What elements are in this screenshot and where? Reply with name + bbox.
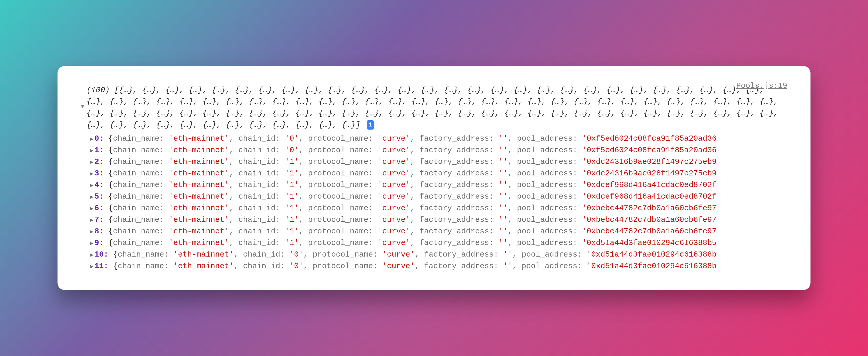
key-chain-name: chain_name: [118, 262, 173, 271]
entry-index: 1 [94, 146, 99, 154]
entry-content: 2: {chain_name: 'eth-mainnet', chain_id:… [94, 156, 717, 168]
val-chain-id: '1' [285, 181, 299, 189]
expand-toggle-down-icon[interactable]: ▼ [81, 102, 84, 111]
val-chain-id: '1' [285, 239, 299, 247]
val-chain-id: '0' [285, 134, 299, 143]
key-chain-id: chain_id: [238, 134, 285, 143]
entry-toggle-right-icon[interactable]: ▶ [90, 158, 93, 167]
entry-content: 1: {chain_name: 'eth-mainnet', chain_id:… [94, 144, 717, 156]
val-pool-address: '0xbebc44782c7db0a1a60cb6fe97 [582, 227, 717, 236]
entry-toggle-right-icon[interactable]: ▶ [90, 135, 93, 143]
key-pool-address: pool_address: [517, 169, 582, 178]
entry-toggle-right-icon[interactable]: ▶ [90, 181, 93, 190]
key-protocol-name: protocol_name: [308, 181, 377, 189]
key-pool-address: pool_address: [517, 134, 582, 143]
entry-toggle-right-icon[interactable]: ▶ [90, 216, 93, 225]
array-entry-row[interactable]: ▶5: {chain_name: 'eth-mainnet', chain_id… [90, 191, 787, 203]
entry-index: 0 [94, 134, 99, 143]
val-protocol-name: 'curve' [378, 169, 410, 178]
key-protocol-name: protocol_name: [313, 250, 382, 259]
val-factory-address: '' [498, 204, 508, 213]
val-factory-address: '' [498, 134, 508, 143]
entry-toggle-right-icon[interactable]: ▶ [90, 239, 93, 248]
entry-index: 8 [94, 227, 99, 236]
array-entry-row[interactable]: ▶1: {chain_name: 'eth-mainnet', chain_id… [90, 144, 787, 156]
source-link[interactable]: Pools.js:19 [736, 81, 787, 90]
val-chain-id: '0' [289, 250, 303, 259]
key-protocol-name: protocol_name: [308, 157, 377, 166]
val-protocol-name: 'curve' [378, 157, 410, 166]
key-factory-address: factory_address: [420, 169, 498, 178]
array-entries: ▶0: {chain_name: 'eth-mainnet', chain_id… [90, 133, 787, 272]
array-entry-row[interactable]: ▶2: {chain_name: 'eth-mainnet', chain_id… [90, 156, 787, 168]
val-pool-address: '0xdcef968d416a41cdac0ed8702f [582, 192, 717, 201]
key-factory-address: factory_address: [420, 204, 498, 213]
val-protocol-name: 'curve' [378, 181, 410, 189]
val-pool-address: '0xf5ed6024c08fca91f85a20ad36 [582, 146, 717, 154]
key-protocol-name: protocol_name: [308, 215, 377, 224]
array-entry-row[interactable]: ▶9: {chain_name: 'eth-mainnet', chain_id… [90, 237, 787, 249]
key-pool-address: pool_address: [517, 146, 582, 154]
key-pool-address: pool_address: [522, 250, 587, 259]
key-factory-address: factory_address: [424, 250, 503, 259]
key-protocol-name: protocol_name: [308, 192, 377, 201]
key-chain-id: chain_id: [238, 239, 285, 247]
key-factory-address: factory_address: [420, 181, 498, 189]
val-factory-address: '' [498, 157, 508, 166]
val-factory-address: '' [503, 250, 513, 259]
key-factory-address: factory_address: [420, 134, 498, 143]
array-entry-row[interactable]: ▶8: {chain_name: 'eth-mainnet', chain_id… [90, 226, 787, 237]
entry-index: 9 [94, 239, 99, 247]
array-entry-row[interactable]: ▶6: {chain_name: 'eth-mainnet', chain_id… [90, 203, 787, 214]
val-factory-address: '' [498, 215, 508, 224]
entry-toggle-right-icon[interactable]: ▶ [90, 251, 93, 259]
key-chain-name: chain_name: [113, 227, 169, 236]
key-chain-name: chain_name: [113, 204, 169, 213]
val-factory-address: '' [498, 192, 508, 201]
val-chain-name: 'eth-mainnet' [169, 204, 229, 213]
array-entry-row[interactable]: ▶10: {chain_name: 'eth-mainnet', chain_i… [90, 249, 787, 260]
info-badge-icon[interactable]: i [367, 120, 374, 130]
array-entry-row[interactable]: ▶3: {chain_name: 'eth-mainnet', chain_id… [90, 168, 787, 179]
key-pool-address: pool_address: [517, 192, 582, 201]
val-pool-address: '0xdc24316b9ae028f1497c275eb9 [582, 169, 717, 178]
val-pool-address: '0xdcef968d416a41cdac0ed8702f [582, 181, 717, 189]
array-entry-row[interactable]: ▶7: {chain_name: 'eth-mainnet', chain_id… [90, 214, 787, 226]
entry-toggle-right-icon[interactable]: ▶ [90, 193, 93, 202]
console-content: ▼ (100) [{…}, {…}, {…}, {…}, {…}, {…}, {… [81, 81, 787, 272]
entry-toggle-right-icon[interactable]: ▶ [90, 262, 93, 271]
val-factory-address: '' [503, 262, 513, 271]
val-protocol-name: 'curve' [382, 262, 415, 271]
entry-toggle-right-icon[interactable]: ▶ [90, 228, 93, 236]
val-chain-name: 'eth-mainnet' [169, 239, 229, 247]
val-chain-id: '1' [285, 215, 299, 224]
key-factory-address: factory_address: [420, 215, 498, 224]
entry-toggle-right-icon[interactable]: ▶ [90, 170, 93, 178]
val-pool-address: '0xd51a44d3fae010294c616388b5 [582, 239, 717, 247]
key-chain-name: chain_name: [113, 157, 169, 166]
key-chain-id: chain_id: [243, 262, 289, 271]
entry-index: 10 [94, 250, 104, 259]
array-entry-row[interactable]: ▶4: {chain_name: 'eth-mainnet', chain_id… [90, 179, 787, 191]
entry-content: 8: {chain_name: 'eth-mainnet', chain_id:… [94, 226, 717, 237]
val-pool-address: '0xdc24316b9ae028f1497c275eb9 [582, 157, 717, 166]
array-entry-row[interactable]: ▶0: {chain_name: 'eth-mainnet', chain_id… [90, 133, 787, 144]
array-summary-text[interactable]: (100) [{…}, {…}, {…}, {…}, {…}, {…}, {…}… [86, 81, 787, 131]
key-chain-name: chain_name: [113, 239, 169, 247]
key-protocol-name: protocol_name: [308, 239, 377, 247]
key-protocol-name: protocol_name: [308, 204, 377, 213]
val-chain-name: 'eth-mainnet' [169, 169, 229, 178]
array-entry-row[interactable]: ▶11: {chain_name: 'eth-mainnet', chain_i… [90, 260, 787, 272]
val-protocol-name: 'curve' [378, 192, 410, 201]
val-chain-name: 'eth-mainnet' [169, 134, 229, 143]
val-chain-name: 'eth-mainnet' [169, 181, 229, 189]
val-pool-address: '0xd51a44d3fae010294c616388b [587, 262, 717, 271]
key-protocol-name: protocol_name: [313, 262, 382, 271]
entry-index: 2 [94, 157, 99, 166]
entry-toggle-right-icon[interactable]: ▶ [90, 205, 93, 213]
val-factory-address: '' [498, 239, 508, 247]
entry-index: 3 [94, 169, 99, 178]
entry-toggle-right-icon[interactable]: ▶ [90, 147, 93, 155]
val-chain-id: '1' [285, 157, 299, 166]
key-pool-address: pool_address: [517, 204, 582, 213]
